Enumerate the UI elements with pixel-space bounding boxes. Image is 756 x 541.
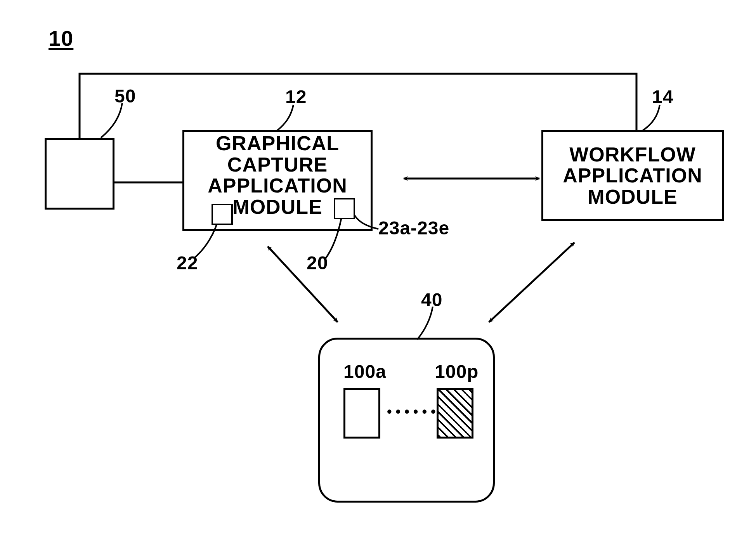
lead-12 xyxy=(276,105,293,131)
lead-14 xyxy=(642,105,660,131)
label-item-first: 100a xyxy=(343,361,387,382)
lead-40 xyxy=(417,307,433,340)
capture-l2: CAPTURE xyxy=(227,154,328,175)
capture-l1: GRAPHICAL xyxy=(216,133,339,154)
item-last-box xyxy=(437,388,473,439)
workflow-l3: MODULE xyxy=(588,186,677,208)
subbox-right xyxy=(334,198,355,219)
ref-aux: 50 xyxy=(114,85,136,107)
item-first-box xyxy=(343,388,380,439)
ref-store: 40 xyxy=(421,289,442,310)
box-workflow-module: WORKFLOW APPLICATION MODULE xyxy=(541,130,724,221)
workflow-l1: WORKFLOW xyxy=(569,144,696,165)
subbox-left xyxy=(212,204,233,225)
connector-14-40 xyxy=(489,243,574,322)
label-item-last: 100p xyxy=(435,361,479,382)
box-aux xyxy=(45,138,114,210)
diagram-stage: 10 xyxy=(0,0,756,541)
ref-module1: 12 xyxy=(285,86,307,108)
ref-sub-left: 22 xyxy=(177,252,198,274)
ref-module2: 14 xyxy=(652,86,673,108)
workflow-l2: APPLICATION xyxy=(563,165,702,186)
capture-l3: APPLICATION xyxy=(208,175,347,196)
lead-50 xyxy=(101,103,122,138)
ref-sub-right-inner: 20 xyxy=(307,252,328,274)
connector-top xyxy=(80,74,636,138)
ref-sub-right-outer: 23a-23e xyxy=(378,217,449,239)
capture-l4: MODULE xyxy=(232,196,322,218)
ellipsis-dots: •••••• xyxy=(387,404,440,420)
